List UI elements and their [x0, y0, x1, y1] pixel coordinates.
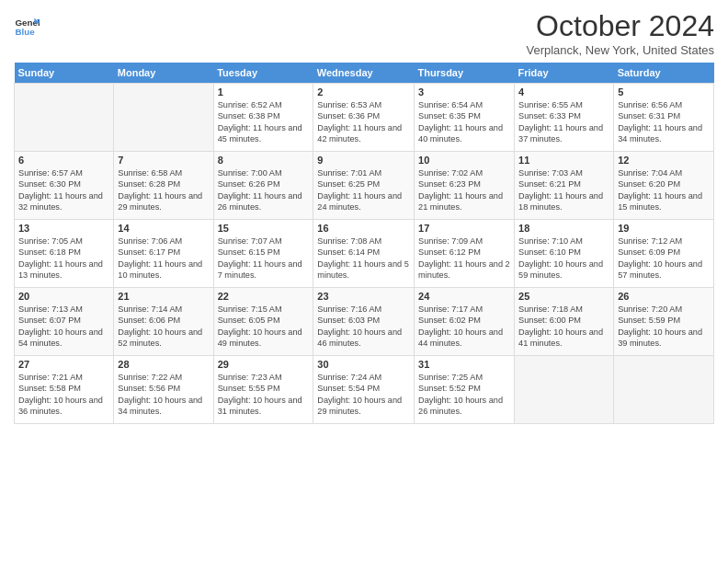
col-friday: Friday: [515, 63, 614, 84]
day-number: 1: [218, 86, 310, 98]
day-info: Sunrise: 6:53 AM Sunset: 6:36 PM Dayligh…: [317, 99, 410, 145]
day-number: 14: [118, 223, 209, 234]
day-info: Sunrise: 7:07 AM Sunset: 6:15 PM Dayligh…: [218, 236, 310, 282]
calendar-cell-w5-d4: 30Sunrise: 7:24 AM Sunset: 5:54 PM Dayli…: [313, 356, 415, 424]
calendar-cell-w4-d6: 25Sunrise: 7:18 AM Sunset: 6:00 PM Dayli…: [515, 288, 614, 356]
location-subtitle: Verplanck, New York, United States: [526, 43, 714, 57]
col-saturday: Saturday: [614, 63, 714, 84]
calendar-cell-w3-d6: 18Sunrise: 7:10 AM Sunset: 6:10 PM Dayli…: [515, 220, 614, 288]
day-info: Sunrise: 7:04 AM Sunset: 6:20 PM Dayligh…: [618, 167, 710, 213]
calendar-body: 1Sunrise: 6:52 AM Sunset: 6:38 PM Daylig…: [15, 84, 714, 424]
day-number: 19: [618, 223, 710, 234]
day-number: 27: [18, 359, 109, 370]
calendar-cell-w1-d2: [114, 84, 213, 152]
header-row: General Blue October 2024 Verplanck, New…: [14, 9, 714, 57]
calendar-cell-w4-d2: 21Sunrise: 7:14 AM Sunset: 6:06 PM Dayli…: [114, 288, 213, 356]
day-number: 26: [618, 291, 710, 302]
day-info: Sunrise: 7:20 AM Sunset: 5:59 PM Dayligh…: [618, 304, 710, 350]
day-info: Sunrise: 7:25 AM Sunset: 5:52 PM Dayligh…: [418, 372, 510, 418]
day-number: 5: [618, 86, 710, 98]
day-info: Sunrise: 7:10 AM Sunset: 6:10 PM Dayligh…: [518, 236, 609, 282]
calendar-cell-w2-d5: 10Sunrise: 7:02 AM Sunset: 6:23 PM Dayli…: [415, 152, 515, 220]
day-info: Sunrise: 7:08 AM Sunset: 6:14 PM Dayligh…: [317, 236, 410, 282]
day-info: Sunrise: 6:57 AM Sunset: 6:30 PM Dayligh…: [18, 167, 109, 213]
day-number: 8: [218, 155, 310, 166]
calendar-cell-w1-d3: 1Sunrise: 6:52 AM Sunset: 6:38 PM Daylig…: [213, 84, 313, 152]
day-info: Sunrise: 7:16 AM Sunset: 6:03 PM Dayligh…: [317, 304, 410, 350]
logo: General Blue: [14, 13, 41, 39]
calendar-cell-w3-d1: 13Sunrise: 7:05 AM Sunset: 6:18 PM Dayli…: [15, 220, 114, 288]
calendar-cell-w1-d6: 4Sunrise: 6:55 AM Sunset: 6:33 PM Daylig…: [515, 84, 614, 152]
day-info: Sunrise: 7:03 AM Sunset: 6:21 PM Dayligh…: [518, 167, 609, 213]
col-wednesday: Wednesday: [313, 63, 415, 84]
calendar-cell-w1-d7: 5Sunrise: 6:56 AM Sunset: 6:31 PM Daylig…: [614, 84, 714, 152]
calendar-week-3: 13Sunrise: 7:05 AM Sunset: 6:18 PM Dayli…: [15, 220, 714, 288]
day-number: 29: [218, 359, 310, 370]
day-info: Sunrise: 7:06 AM Sunset: 6:17 PM Dayligh…: [118, 236, 209, 282]
day-info: Sunrise: 7:09 AM Sunset: 6:12 PM Dayligh…: [418, 236, 510, 282]
day-info: Sunrise: 7:22 AM Sunset: 5:56 PM Dayligh…: [118, 372, 209, 418]
day-info: Sunrise: 7:05 AM Sunset: 6:18 PM Dayligh…: [18, 236, 109, 282]
calendar-cell-w4-d4: 23Sunrise: 7:16 AM Sunset: 6:03 PM Dayli…: [313, 288, 415, 356]
day-info: Sunrise: 7:21 AM Sunset: 5:58 PM Dayligh…: [18, 372, 109, 418]
calendar-cell-w1-d1: [15, 84, 114, 152]
col-tuesday: Tuesday: [213, 63, 313, 84]
calendar-cell-w2-d3: 8Sunrise: 7:00 AM Sunset: 6:26 PM Daylig…: [213, 152, 313, 220]
calendar-cell-w3-d7: 19Sunrise: 7:12 AM Sunset: 6:09 PM Dayli…: [614, 220, 714, 288]
day-number: 9: [317, 155, 410, 166]
day-number: 22: [218, 291, 310, 302]
calendar-cell-w5-d2: 28Sunrise: 7:22 AM Sunset: 5:56 PM Dayli…: [114, 356, 213, 424]
day-number: 6: [18, 155, 109, 166]
calendar-week-4: 20Sunrise: 7:13 AM Sunset: 6:07 PM Dayli…: [15, 288, 714, 356]
day-number: 21: [118, 291, 209, 302]
day-number: 18: [518, 223, 609, 234]
calendar-cell-w5-d1: 27Sunrise: 7:21 AM Sunset: 5:58 PM Dayli…: [15, 356, 114, 424]
day-info: Sunrise: 7:13 AM Sunset: 6:07 PM Dayligh…: [18, 304, 109, 350]
day-number: 4: [518, 86, 609, 98]
day-number: 25: [518, 291, 609, 302]
calendar-table: Sunday Monday Tuesday Wednesday Thursday…: [14, 63, 714, 424]
calendar-week-2: 6Sunrise: 6:57 AM Sunset: 6:30 PM Daylig…: [15, 152, 714, 220]
day-number: 23: [317, 291, 410, 302]
day-info: Sunrise: 7:24 AM Sunset: 5:54 PM Dayligh…: [317, 372, 410, 418]
month-title: October 2024: [526, 9, 714, 43]
day-info: Sunrise: 7:17 AM Sunset: 6:02 PM Dayligh…: [418, 304, 510, 350]
logo-icon: General Blue: [14, 13, 40, 39]
calendar-header-row: Sunday Monday Tuesday Wednesday Thursday…: [15, 63, 714, 84]
calendar-cell-w5-d7: [614, 356, 714, 424]
day-info: Sunrise: 7:23 AM Sunset: 5:55 PM Dayligh…: [218, 372, 310, 418]
calendar-cell-w3-d2: 14Sunrise: 7:06 AM Sunset: 6:17 PM Dayli…: [114, 220, 213, 288]
calendar-cell-w5-d6: [515, 356, 614, 424]
calendar-cell-w1-d4: 2Sunrise: 6:53 AM Sunset: 6:36 PM Daylig…: [313, 84, 415, 152]
day-number: 13: [18, 223, 109, 234]
day-number: 11: [518, 155, 609, 166]
calendar-cell-w2-d7: 12Sunrise: 7:04 AM Sunset: 6:20 PM Dayli…: [614, 152, 714, 220]
calendar-cell-w4-d3: 22Sunrise: 7:15 AM Sunset: 6:05 PM Dayli…: [213, 288, 313, 356]
title-block: October 2024 Verplanck, New York, United…: [526, 9, 714, 57]
col-monday: Monday: [114, 63, 213, 84]
day-number: 24: [418, 291, 510, 302]
day-info: Sunrise: 7:00 AM Sunset: 6:26 PM Dayligh…: [218, 167, 310, 213]
svg-text:Blue: Blue: [15, 27, 35, 37]
day-number: 31: [418, 359, 510, 370]
day-info: Sunrise: 6:55 AM Sunset: 6:33 PM Dayligh…: [518, 99, 609, 145]
day-info: Sunrise: 7:12 AM Sunset: 6:09 PM Dayligh…: [618, 236, 710, 282]
day-number: 12: [618, 155, 710, 166]
calendar-cell-w5-d5: 31Sunrise: 7:25 AM Sunset: 5:52 PM Dayli…: [415, 356, 515, 424]
calendar-cell-w2-d1: 6Sunrise: 6:57 AM Sunset: 6:30 PM Daylig…: [15, 152, 114, 220]
day-number: 10: [418, 155, 510, 166]
col-sunday: Sunday: [15, 63, 114, 84]
calendar-cell-w4-d5: 24Sunrise: 7:17 AM Sunset: 6:02 PM Dayli…: [415, 288, 515, 356]
day-number: 7: [118, 155, 209, 166]
day-info: Sunrise: 7:02 AM Sunset: 6:23 PM Dayligh…: [418, 167, 510, 213]
calendar-week-1: 1Sunrise: 6:52 AM Sunset: 6:38 PM Daylig…: [15, 84, 714, 152]
calendar-cell-w1-d5: 3Sunrise: 6:54 AM Sunset: 6:35 PM Daylig…: [415, 84, 515, 152]
day-number: 3: [418, 86, 510, 98]
day-info: Sunrise: 6:58 AM Sunset: 6:28 PM Dayligh…: [118, 167, 209, 213]
day-number: 15: [218, 223, 310, 234]
day-info: Sunrise: 6:54 AM Sunset: 6:35 PM Dayligh…: [418, 99, 510, 145]
calendar-cell-w2-d4: 9Sunrise: 7:01 AM Sunset: 6:25 PM Daylig…: [313, 152, 415, 220]
day-info: Sunrise: 6:52 AM Sunset: 6:38 PM Dayligh…: [218, 99, 310, 145]
calendar-week-5: 27Sunrise: 7:21 AM Sunset: 5:58 PM Dayli…: [15, 356, 714, 424]
calendar-cell-w4-d1: 20Sunrise: 7:13 AM Sunset: 6:07 PM Dayli…: [15, 288, 114, 356]
